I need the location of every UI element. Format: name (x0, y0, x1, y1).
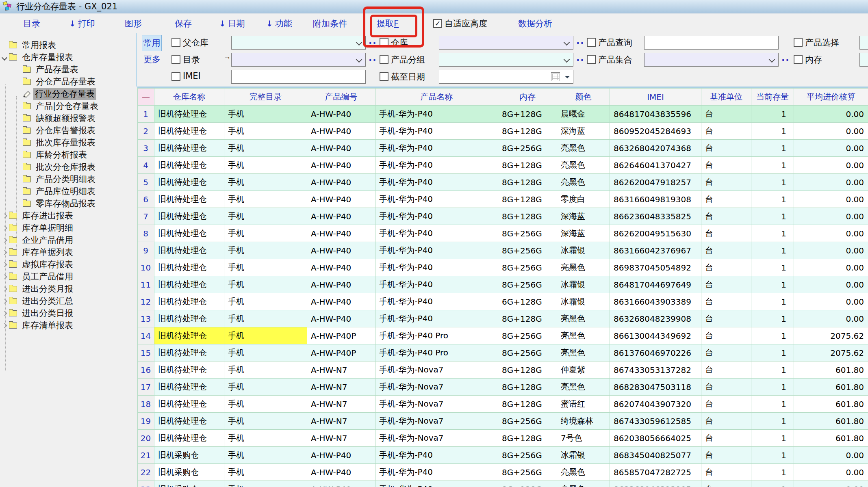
cell[interactable]: 绮境森林 (557, 413, 610, 430)
cell[interactable]: 手机-华为-P40 (375, 242, 498, 259)
cell[interactable]: A-HW-P40 (307, 310, 375, 327)
cell[interactable]: 1 (751, 327, 794, 344)
cell[interactable]: 手机 (224, 293, 307, 310)
memory-checkbox[interactable] (794, 55, 803, 64)
cell[interactable]: 手机 (224, 327, 307, 344)
cell[interactable]: 手机 (224, 396, 307, 413)
sidebar-item[interactable]: 进出分类汇总 (0, 295, 136, 307)
cell[interactable]: 0.00 (794, 310, 868, 327)
sidebar-item[interactable]: 产品|分仓存量表 (0, 100, 136, 112)
cell[interactable]: 9 (138, 242, 154, 259)
cell[interactable]: 旧机待处理仓 (154, 430, 224, 447)
cell[interactable]: 深海蓝 (557, 225, 610, 242)
cell[interactable]: 台 (701, 293, 751, 310)
cell[interactable]: 0.00 (794, 242, 868, 259)
cell[interactable]: 1 (751, 157, 794, 174)
cell[interactable]: 1 (751, 191, 794, 208)
cell[interactable]: 台 (701, 225, 751, 242)
sidebar-item[interactable]: 行业分仓存量表 (0, 88, 136, 100)
cell[interactable]: 台 (701, 379, 751, 396)
cell[interactable]: 19 (138, 413, 154, 430)
cell[interactable]: 1 (751, 430, 794, 447)
cell[interactable]: 亮黑色 (557, 310, 610, 327)
cell[interactable]: 手机 (224, 481, 307, 487)
cell[interactable]: 台 (701, 430, 751, 447)
expand-arrow-icon[interactable] (2, 226, 7, 230)
cell[interactable]: A-HW-P40 (307, 140, 375, 157)
cell[interactable]: A-HW-P40 (307, 191, 375, 208)
cell[interactable]: 台 (701, 447, 751, 464)
cell[interactable]: 14 (138, 327, 154, 344)
cell[interactable]: 手机 (224, 413, 307, 430)
sidebar-item[interactable]: 库存单据明细 (0, 222, 136, 234)
cell[interactable]: 冰霜银 (557, 447, 610, 464)
cell[interactable]: 台 (701, 413, 751, 430)
imei-checkbox[interactable] (171, 72, 180, 81)
cell[interactable]: 1 (751, 276, 794, 293)
cell[interactable]: 手机 (224, 310, 307, 327)
cell[interactable]: 18 (138, 396, 154, 413)
cell[interactable]: 手机 (224, 259, 307, 276)
cell[interactable]: 台 (701, 259, 751, 276)
product-query-checkbox[interactable] (587, 38, 596, 47)
sidebar-item[interactable]: 库存进出报表 (0, 210, 136, 222)
cell[interactable]: 8G+128G (498, 310, 557, 327)
cell[interactable]: 手机-华为-P40 (375, 447, 498, 464)
cell[interactable]: 旧机待处理仓 (154, 174, 224, 191)
cell[interactable]: 手机-华为-P40 (375, 157, 498, 174)
cell[interactable]: 862038056664025 (610, 430, 701, 447)
column-header[interactable]: 完整目录 (224, 89, 307, 106)
cell[interactable]: 亮黑色 (557, 379, 610, 396)
cell[interactable]: 865857047282725 (610, 464, 701, 481)
cell[interactable]: 旧机待处理仓 (154, 293, 224, 310)
menu-item-function[interactable]: ↓功能 (266, 18, 292, 29)
cell[interactable]: 手机-华为-P40 (375, 276, 498, 293)
cell[interactable]: 1 (751, 293, 794, 310)
menu-item-save[interactable]: 保存 (175, 18, 192, 29)
cell[interactable]: 7 (138, 208, 154, 225)
cell[interactable]: 601.80 (794, 413, 868, 430)
cell[interactable]: 1 (751, 208, 794, 225)
cell[interactable]: 8G+256G (498, 447, 557, 464)
cell[interactable]: 亮黑色 (557, 327, 610, 344)
expand-arrow-icon[interactable] (2, 214, 7, 218)
product-select-checkbox[interactable] (794, 38, 803, 47)
cell[interactable]: 8G+256G (498, 242, 557, 259)
cell[interactable]: 手机-华为-Nova7 (375, 379, 498, 396)
cell[interactable]: 亮黑色 (557, 174, 610, 191)
cell[interactable]: 手机-华为-P40 (375, 106, 498, 123)
parent-warehouse-select[interactable] (231, 36, 366, 50)
sidebar-item[interactable]: 进出分类日报 (0, 307, 136, 319)
cell[interactable]: 1 (751, 106, 794, 123)
sidebar-item[interactable]: 仓库存量报表 (0, 51, 136, 63)
cell[interactable]: 台 (701, 481, 751, 487)
cell[interactable]: A-HW-P40 (307, 242, 375, 259)
cell[interactable]: 手机-华为-P40 (375, 481, 498, 487)
cell[interactable]: 手机-华为-P40 (375, 123, 498, 140)
cell[interactable]: 手机-华为-P40 (375, 259, 498, 276)
cell[interactable]: 7号色 (557, 430, 610, 447)
cell[interactable]: 10 (138, 259, 154, 276)
sidebar-item[interactable]: 批次分仓库报表 (0, 161, 136, 173)
cell[interactable]: 2 (138, 123, 154, 140)
cell[interactable]: 冰霜银 (557, 293, 610, 310)
cell[interactable]: 5 (138, 174, 154, 191)
expand-arrow-icon[interactable] (2, 323, 7, 327)
memory-field[interactable] (859, 53, 868, 67)
more-filters-button[interactable]: 更多 (143, 54, 161, 65)
cell[interactable]: 863166042376967 (610, 242, 701, 259)
cell[interactable]: 1 (751, 464, 794, 481)
cell[interactable]: 601.80 (794, 430, 868, 447)
cell[interactable]: 0.00 (794, 447, 868, 464)
cell[interactable]: 旧机待处理仓 (154, 344, 224, 361)
cell[interactable]: 旧机待处理仓 (154, 106, 224, 123)
cell[interactable]: A-HW-N7 (307, 413, 375, 430)
column-header[interactable]: — (138, 89, 154, 106)
sidebar-item[interactable]: 库存单据列表 (0, 246, 136, 258)
cell[interactable]: 手机 (224, 430, 307, 447)
cell[interactable]: 0.00 (794, 259, 868, 276)
cell[interactable]: A-HW-N7 (307, 361, 375, 379)
cell[interactable]: 868345040825077 (610, 447, 701, 464)
menu-item-chart[interactable]: 图形 (125, 18, 142, 29)
cell[interactable]: 1 (751, 447, 794, 464)
